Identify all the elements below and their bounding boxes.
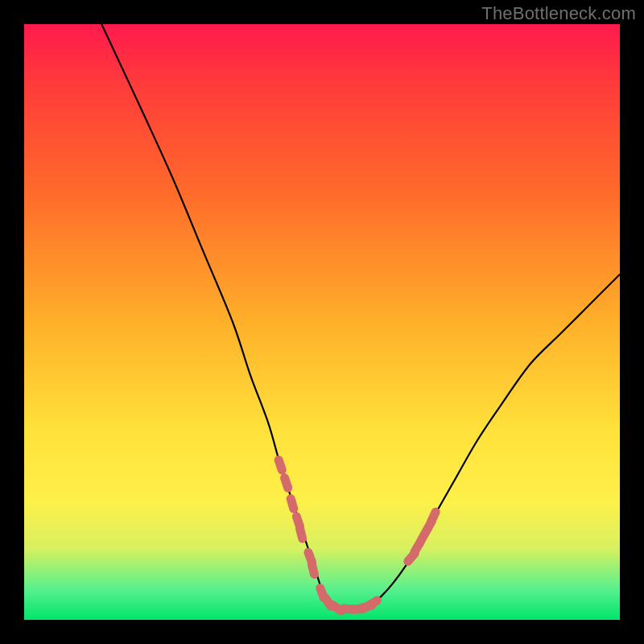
curve-dot [285,478,288,488]
bottleneck-curve [24,24,620,620]
curve-dot [431,512,436,522]
curve-dot [312,564,314,575]
curve-dots [279,460,436,610]
curve-path [101,24,620,609]
curve-dot [300,528,303,539]
chart-frame: TheBottleneck.com [0,0,644,644]
attribution-text: TheBottleneck.com [481,3,636,24]
curve-dot [279,460,282,469]
curve-dot [368,601,377,606]
plot-area [24,24,620,620]
curve-dot [291,498,294,508]
